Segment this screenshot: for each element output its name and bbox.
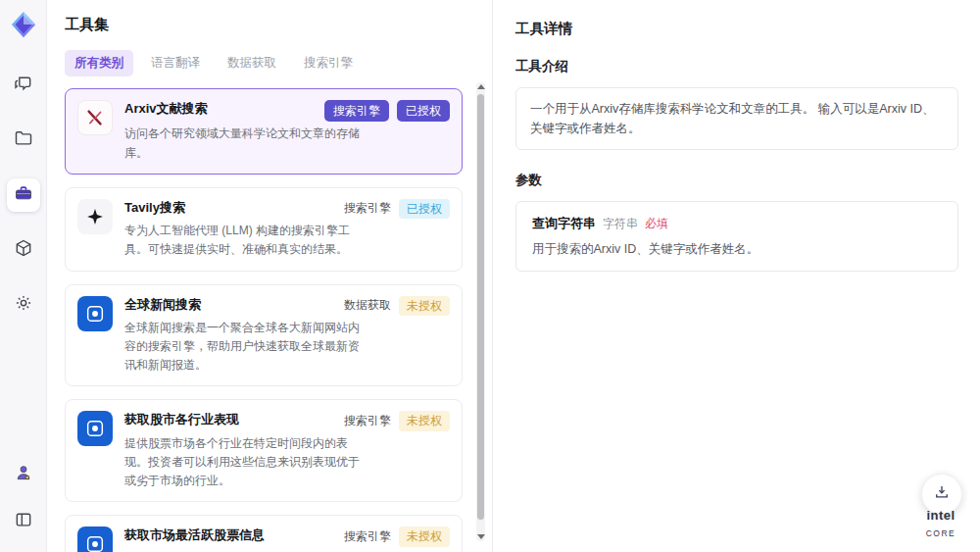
sidebar	[0, 0, 47, 552]
tavily-star-icon	[77, 199, 113, 234]
tool-tags: 数据获取未授权	[334, 296, 450, 316]
tab-search-engine[interactable]: 搜索引擎	[294, 50, 363, 76]
scrollbar-track[interactable]	[476, 82, 485, 541]
scrollbar-thumb[interactable]	[477, 94, 484, 520]
tool-cards: Arxiv文献搜索搜索引擎已授权访问各个研究领域大量科学论文和文章的存储库。Ta…	[65, 88, 492, 552]
tool-tags: 搜索引擎未授权	[334, 411, 450, 430]
tool-name: Arxiv文献搜索	[124, 100, 208, 118]
sidebar-item-toolbox[interactable]	[7, 178, 40, 212]
tab-all-categories[interactable]: 所有类别	[65, 50, 133, 76]
tool-description: 专为人工智能代理 (LLM) 构建的搜索引擎工具。可快速提供实时、准确和真实的结…	[124, 222, 360, 259]
sidebar-item-settings[interactable]	[7, 288, 40, 322]
sidebar-bottom	[7, 458, 40, 538]
app-window: 工具集 所有类别语言翻译数据获取搜索引擎 Arxiv文献搜索搜索引擎已授权访问各…	[0, 0, 980, 552]
tool-card-arxiv-search[interactable]: Arxiv文献搜索搜索引擎已授权访问各个研究领域大量科学论文和文章的存储库。	[65, 88, 463, 175]
settings-icon	[14, 293, 33, 317]
category-tag: 搜索引擎	[344, 200, 391, 217]
param-description: 用于搜索的Arxiv ID、关键字或作者姓名。	[532, 241, 942, 258]
param-card: 查询字符串字符串必填用于搜索的Arxiv ID、关键字或作者姓名。	[515, 201, 958, 272]
globe-blue-icon	[77, 411, 113, 446]
tool-name: 获取市场最活跃股票信息	[124, 527, 265, 544]
tool-card-stock-sector-performance[interactable]: 获取股市各行业表现搜索引擎未授权提供股票市场各个行业在特定时间段内的表现。投资者…	[65, 399, 463, 502]
sidebar-item-folder[interactable]	[7, 124, 40, 157]
intro-text: 一个用于从Arxiv存储库搜索科学论文和文章的工具。 输入可以是Arxiv ID…	[515, 87, 958, 150]
auth-status-badge: 已授权	[397, 100, 450, 122]
sidebar-item-package[interactable]	[7, 233, 40, 267]
tool-tags: 搜索引擎已授权	[315, 100, 450, 122]
tab-data-fetch[interactable]: 数据获取	[218, 50, 286, 76]
globe-blue-icon	[77, 296, 113, 331]
param-required-badge: 必填	[645, 216, 668, 232]
tool-card-global-news-search[interactable]: 全球新闻搜索数据获取未授权全球新闻搜索是一个聚合全球各大新闻网站内容的搜索引擎，…	[65, 284, 463, 387]
brand-core: CORE	[926, 528, 956, 538]
tool-description: 访问各个研究领域大量科学论文和文章的存储库。	[124, 125, 360, 162]
sidebar-item-chat[interactable]	[7, 69, 40, 102]
auth-status-badge: 未授权	[399, 527, 450, 546]
app-logo-icon	[9, 10, 38, 39]
scroll-up-icon[interactable]	[477, 84, 485, 89]
tool-list-panel: 工具集 所有类别语言翻译数据获取搜索引擎 Arxiv文献搜索搜索引擎已授权访问各…	[47, 0, 493, 552]
auth-status-badge: 已授权	[399, 199, 450, 219]
sidebar-item-panel-toggle[interactable]	[7, 505, 40, 538]
sidebar-item-user[interactable]	[7, 458, 40, 491]
tool-description: 全球新闻搜索是一个聚合全球各大新闻网站内容的搜索引擎，帮助用户快速获取全球最新资…	[124, 319, 360, 376]
params-list: 查询字符串字符串必填用于搜索的Arxiv ID、关键字或作者姓名。	[515, 201, 958, 272]
toolbox-icon	[14, 183, 33, 207]
param-name: 查询字符串	[532, 215, 596, 232]
sidebar-nav	[7, 69, 40, 322]
tool-name: Tavily搜索	[124, 199, 185, 217]
category-tag: 搜索引擎	[344, 528, 391, 545]
auth-status-badge: 未授权	[399, 411, 450, 430]
category-tag: 数据获取	[344, 297, 391, 314]
category-tabs: 所有类别语言翻译数据获取搜索引擎	[65, 50, 492, 76]
tool-card-tavily-search[interactable]: Tavily搜索搜索引擎已授权专为人工智能代理 (LLM) 构建的搜索引擎工具。…	[65, 187, 463, 272]
auth-status-badge: 未授权	[399, 296, 450, 316]
tool-detail-panel: 工具详情 工具介绍 一个用于从Arxiv存储库搜索科学论文和文章的工具。 输入可…	[494, 0, 980, 552]
tool-name: 获取股市各行业表现	[124, 411, 239, 428]
category-tag: 搜索引擎	[324, 100, 389, 122]
chat-icon	[14, 74, 33, 97]
param-type: 字符串	[603, 216, 638, 232]
folder-icon	[14, 128, 33, 152]
globe-blue-icon	[77, 527, 113, 552]
tool-description: 提供股票市场各个行业在特定时间段内的表现。投资者可以利用这些信息来识别表现优于或…	[124, 434, 360, 491]
user-icon	[14, 463, 33, 486]
brand-intel: intel	[926, 508, 955, 523]
download-icon	[933, 483, 951, 505]
scroll-down-icon[interactable]	[477, 534, 485, 539]
intro-heading: 工具介绍	[515, 58, 958, 75]
package-icon	[14, 238, 33, 262]
tool-card-most-active-stocks[interactable]: 获取市场最活跃股票信息搜索引擎未授权提供当天交易量最高的股票列表，投资者可以利用…	[65, 515, 463, 552]
arxiv-logo-icon	[77, 100, 113, 135]
tab-translation[interactable]: 语言翻译	[141, 50, 210, 76]
params-heading: 参数	[515, 172, 958, 189]
tool-tags: 搜索引擎已授权	[334, 199, 450, 219]
tool-tags: 搜索引擎未授权	[334, 527, 450, 546]
page-title: 工具集	[65, 16, 492, 34]
category-tag: 搜索引擎	[344, 413, 391, 429]
detail-title: 工具详情	[515, 20, 958, 38]
tool-name: 全球新闻搜索	[124, 296, 201, 314]
intel-core-logo: intel CORE	[915, 506, 966, 540]
panel-toggle-icon	[14, 510, 33, 533]
